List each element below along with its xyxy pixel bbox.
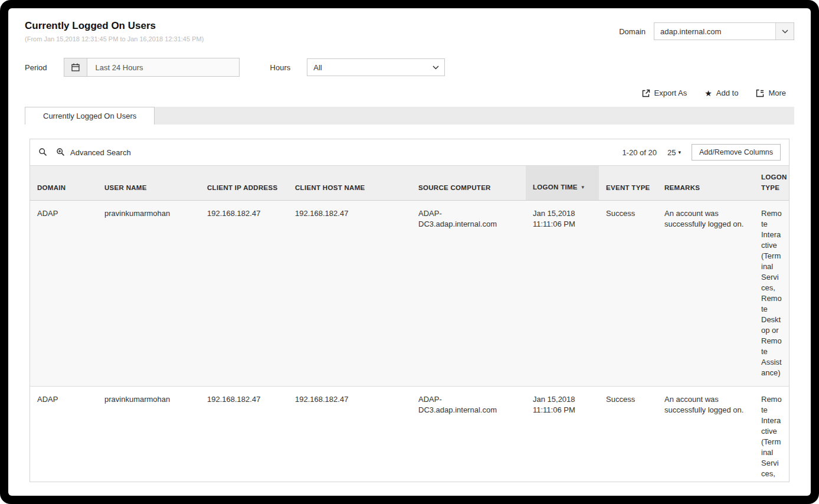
cell-domain: ADAP (30, 387, 97, 483)
star-icon: ★ (705, 89, 712, 97)
hours-select-value: All (307, 63, 327, 72)
page-size-value: 25 (667, 148, 676, 157)
table-header-row: DOMAINUSER NAMECLIENT IP ADDRESSCLIENT H… (30, 166, 789, 201)
calendar-icon[interactable] (64, 58, 87, 77)
column-header-remarks[interactable]: REMARKS (657, 166, 754, 201)
domain-select[interactable]: adap.internal.com (654, 22, 794, 40)
domain-selector-block: Domain adap.internal.com (619, 22, 794, 40)
filter-row: Period Hours All (25, 58, 794, 77)
tab-label: Currently Logged On Users (43, 112, 136, 120)
add-to-label: Add to (716, 89, 739, 97)
toolbar-right: 1-20 of 20 25 ▾ Add/Remove Columns (622, 144, 781, 161)
page-content: Currently Logged On Users (From Jan 15,2… (8, 8, 811, 496)
hours-select[interactable]: All (307, 58, 445, 76)
add-remove-columns-button[interactable]: Add/Remove Columns (692, 144, 781, 161)
toolbar-left: Advanced Search (38, 148, 131, 157)
table-row: ADAPpravinkumarmohan192.168.182.47192.16… (30, 201, 789, 387)
chevron-down-icon (775, 23, 794, 40)
period-input[interactable] (87, 58, 240, 77)
window-frame: Currently Logged On Users (From Jan 15,2… (0, 0, 819, 504)
column-header-logon-type[interactable]: LOGON TYPE (754, 166, 789, 201)
column-header-domain[interactable]: DOMAIN (30, 166, 97, 201)
cell-remarks: An account was successfully logged on. (657, 201, 754, 387)
title-block: Currently Logged On Users (From Jan 15,2… (25, 20, 204, 42)
export-as-button[interactable]: Export As (642, 89, 687, 97)
column-header-event-type[interactable]: EVENT TYPE (599, 166, 657, 201)
column-header-client-ip-address[interactable]: CLIENT IP ADDRESS (200, 166, 288, 201)
column-header-source-computer[interactable]: SOURCE COMPUTER (411, 166, 526, 201)
table-row: ADAPpravinkumarmohan192.168.182.47192.16… (30, 387, 789, 483)
export-as-label: Export As (654, 89, 687, 97)
period-label: Period (25, 63, 47, 72)
tab-bar: Currently Logged On Users (25, 107, 794, 125)
report-date-range: (From Jan 15,2018 12:31:45 PM to Jan 16,… (25, 35, 204, 42)
advanced-search-button[interactable]: Advanced Search (56, 148, 131, 157)
cell-client-ip-address: 192.168.182.47 (200, 201, 288, 387)
cell-logon-time: Jan 15,2018 11:11:06 PM (526, 201, 599, 387)
cell-logon-time: Jan 15,2018 11:11:06 PM (526, 387, 599, 483)
cell-domain: ADAP (30, 201, 97, 387)
column-header-logon-time[interactable]: LOGON TIME▼ (526, 166, 599, 201)
cell-source-computer: ADAP-DC3.adap.internal.com (411, 201, 526, 387)
table-toolbar: Advanced Search 1-20 of 20 25 ▾ Add/Remo… (30, 139, 789, 165)
report-panel: Advanced Search 1-20 of 20 25 ▾ Add/Remo… (30, 139, 789, 482)
pagination-range: 1-20 of 20 (622, 148, 657, 157)
hours-label: Hours (270, 63, 291, 72)
column-header-client-host-name[interactable]: CLIENT HOST NAME (288, 166, 411, 201)
domain-select-value: adap.internal.com (654, 27, 727, 36)
search-icon[interactable] (38, 148, 48, 157)
more-button[interactable]: More (756, 89, 786, 97)
cell-remarks: An account was successfully logged on. (657, 387, 754, 483)
cell-client-host-name: 192.168.182.47 (288, 201, 411, 387)
cell-logon-type: Remote Interactive (Terminal Services, R… (754, 387, 789, 483)
cell-user-name: pravinkumarmohan (97, 201, 200, 387)
advanced-search-label: Advanced Search (70, 148, 131, 157)
export-icon (642, 89, 650, 97)
advanced-search-icon (56, 148, 65, 157)
domain-label: Domain (619, 27, 646, 36)
sort-desc-icon: ▼ (581, 185, 585, 190)
cell-client-ip-address: 192.168.182.47 (200, 387, 288, 483)
chevron-down-icon (427, 59, 444, 76)
cell-event-type: Success (599, 387, 657, 483)
cell-user-name: pravinkumarmohan (97, 387, 200, 483)
actions-row: Export As ★ Add to More (17, 89, 786, 97)
cell-source-computer: ADAP-DC3.adap.internal.com (411, 387, 526, 483)
column-header-user-name[interactable]: USER NAME (97, 166, 200, 201)
logged-on-users-table: DOMAINUSER NAMECLIENT IP ADDRESSCLIENT H… (30, 165, 789, 482)
page-title: Currently Logged On Users (25, 20, 204, 32)
chevron-down-icon: ▾ (678, 149, 681, 155)
cell-logon-type: Remote Interactive (Terminal Services, R… (754, 201, 789, 387)
period-picker (64, 58, 240, 77)
page-header: Currently Logged On Users (From Jan 15,2… (17, 15, 802, 42)
table-body: ADAPpravinkumarmohan192.168.182.47192.16… (30, 201, 789, 483)
add-to-button[interactable]: ★ Add to (705, 89, 738, 97)
cell-event-type: Success (599, 201, 657, 387)
more-icon (756, 89, 764, 97)
tab-currently-logged-on-users[interactable]: Currently Logged On Users (25, 107, 155, 125)
page-size-select[interactable]: 25 ▾ (667, 148, 681, 157)
more-label: More (768, 89, 786, 97)
table-head: DOMAINUSER NAMECLIENT IP ADDRESSCLIENT H… (30, 166, 789, 201)
cell-client-host-name: 192.168.182.47 (288, 387, 411, 483)
